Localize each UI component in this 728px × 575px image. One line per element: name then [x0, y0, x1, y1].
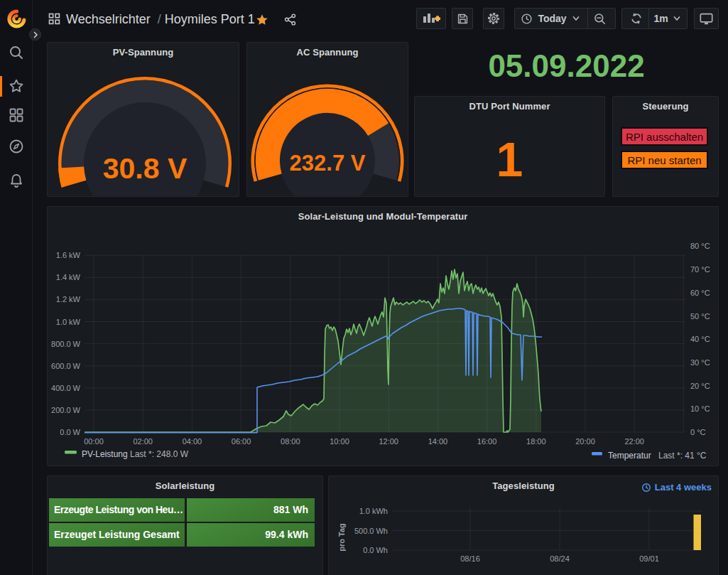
- svg-text:10 °C: 10 °C: [690, 404, 710, 413]
- svg-text:00:00: 00:00: [84, 437, 104, 446]
- svg-text:0.0 W: 0.0 W: [60, 428, 80, 436]
- svg-text:14:00: 14:00: [428, 437, 448, 446]
- svg-text:02:00: 02:00: [133, 437, 153, 446]
- svg-text:30 °C: 30 °C: [690, 358, 710, 367]
- svg-text:232.7 V: 232.7 V: [290, 151, 366, 176]
- svg-text:400.0 W: 400.0 W: [51, 384, 81, 392]
- svg-text:60 °C: 60 °C: [690, 289, 710, 297]
- svg-text:10:00: 10:00: [330, 437, 349, 446]
- svg-text:50 °C: 50 °C: [690, 312, 710, 321]
- svg-text:08/16: 08/16: [460, 554, 480, 563]
- svg-text:08:00: 08:00: [281, 437, 300, 446]
- svg-text:1.6 kW: 1.6 kW: [56, 251, 81, 259]
- svg-text:04:00: 04:00: [183, 437, 202, 446]
- svg-text:0 °C: 0 °C: [690, 428, 706, 436]
- svg-text:80 °C: 80 °C: [690, 242, 710, 250]
- svg-text:500.0 Wh: 500.0 Wh: [354, 527, 388, 535]
- svg-text:70 °C: 70 °C: [690, 265, 710, 274]
- svg-text:1.2 kW: 1.2 kW: [56, 295, 81, 303]
- svg-text:1.0 kWh: 1.0 kWh: [359, 507, 388, 515]
- svg-text:PV-Leistung: PV-Leistung: [82, 449, 128, 459]
- svg-text:22:00: 22:00: [624, 437, 644, 446]
- svg-text:09/01: 09/01: [639, 554, 659, 563]
- svg-text:06:00: 06:00: [232, 437, 251, 446]
- svg-text:pro Tag: pro Tag: [337, 523, 346, 552]
- svg-text:40 °C: 40 °C: [690, 335, 710, 343]
- svg-text:18:00: 18:00: [526, 437, 546, 446]
- svg-text:12:00: 12:00: [379, 437, 398, 446]
- svg-text:1.4 kW: 1.4 kW: [56, 273, 81, 281]
- svg-text:1.0 kW: 1.0 kW: [56, 318, 81, 326]
- svg-text:800.0 W: 800.0 W: [51, 340, 81, 348]
- svg-text:200.0 W: 200.0 W: [51, 406, 81, 414]
- svg-text:Temperatur: Temperatur: [608, 451, 651, 461]
- svg-text:08/24: 08/24: [550, 554, 570, 563]
- svg-text:30.8 V: 30.8 V: [103, 152, 188, 185]
- svg-text:Last *: 41 °C: Last *: 41 °C: [658, 451, 707, 461]
- svg-text:20 °C: 20 °C: [690, 382, 710, 390]
- svg-text:Last *: 248.0 W: Last *: 248.0 W: [130, 449, 189, 459]
- svg-text:20:00: 20:00: [575, 437, 595, 446]
- svg-text:600.0 W: 600.0 W: [51, 362, 81, 370]
- svg-text:16:00: 16:00: [477, 437, 497, 446]
- svg-text:0.0 Wh: 0.0 Wh: [363, 546, 388, 554]
